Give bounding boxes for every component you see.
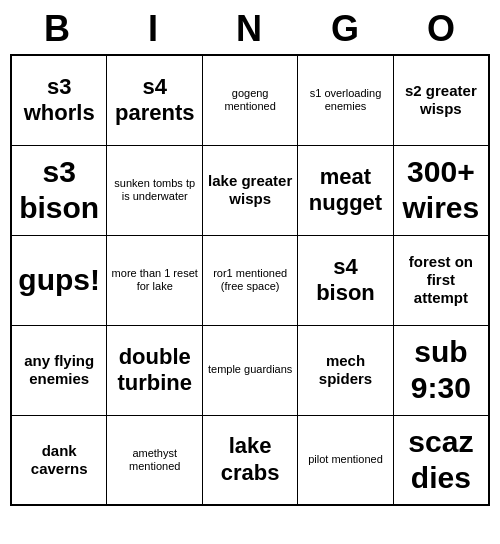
- cell-2-1: more than 1 reset for lake: [107, 235, 203, 325]
- cell-3-2: temple guardians: [203, 325, 298, 415]
- cell-1-0: s3 bison: [11, 145, 107, 235]
- cell-3-0: any flying enemies: [11, 325, 107, 415]
- cell-3-4: sub 9:30: [393, 325, 489, 415]
- cell-0-2: gogeng mentioned: [203, 55, 298, 145]
- cell-4-3: pilot mentioned: [298, 415, 394, 505]
- cell-3-1: double turbine: [107, 325, 203, 415]
- title-o: O: [398, 8, 486, 50]
- cell-0-1: s4 parents: [107, 55, 203, 145]
- cell-0-4: s2 greater wisps: [393, 55, 489, 145]
- cell-3-3: mech spiders: [298, 325, 394, 415]
- cell-0-3: s1 overloading enemies: [298, 55, 394, 145]
- bingo-title: B I N G O: [10, 0, 490, 54]
- cell-1-1: sunken tombs tp is underwater: [107, 145, 203, 235]
- title-b: B: [14, 8, 102, 50]
- cell-1-4: 300+ wires: [393, 145, 489, 235]
- cell-4-4: scaz dies: [393, 415, 489, 505]
- cell-4-1: amethyst mentioned: [107, 415, 203, 505]
- cell-2-4: forest on first attempt: [393, 235, 489, 325]
- cell-1-3: meat nugget: [298, 145, 394, 235]
- cell-2-0: gups!: [11, 235, 107, 325]
- cell-4-0: dank caverns: [11, 415, 107, 505]
- cell-0-0: s3 whorls: [11, 55, 107, 145]
- title-n: N: [206, 8, 294, 50]
- title-g: G: [302, 8, 390, 50]
- bingo-grid: s3 whorlss4 parentsgogeng mentioneds1 ov…: [10, 54, 490, 506]
- title-i: I: [110, 8, 198, 50]
- cell-1-2: lake greater wisps: [203, 145, 298, 235]
- cell-2-3: s4 bison: [298, 235, 394, 325]
- cell-4-2: lake crabs: [203, 415, 298, 505]
- cell-2-2: ror1 mentioned (free space): [203, 235, 298, 325]
